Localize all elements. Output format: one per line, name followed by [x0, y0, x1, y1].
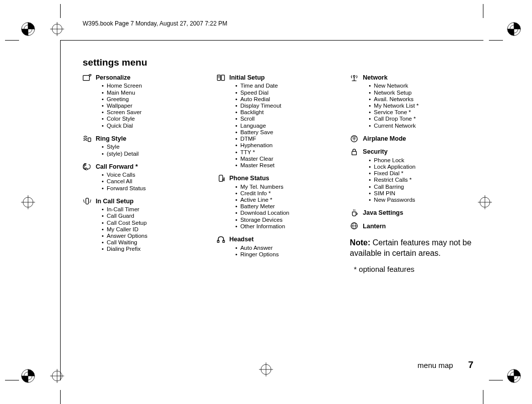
list-item: My Network List *	[369, 103, 473, 109]
personalize-icon	[83, 74, 92, 81]
lantern-icon	[350, 223, 359, 230]
section-heading: Headset	[216, 236, 340, 243]
page-title: settings menu	[83, 57, 473, 68]
svg-rect-31	[83, 76, 90, 81]
footer-label: menu map	[418, 361, 453, 369]
list-item: Display Timeout	[235, 103, 340, 109]
list-item: Active Line *	[235, 197, 340, 203]
menu-section: PersonalizeHome ScreenMain MenuGreetingW…	[83, 74, 206, 129]
list-item: SIM PIN	[369, 190, 473, 197]
section-items: Time and DateSpeed DialAuto RedialDispla…	[235, 83, 340, 169]
list-item: Language	[235, 123, 340, 129]
section-title: Headset	[229, 236, 254, 243]
list-item: Dialing Prefix	[102, 246, 206, 252]
list-item: Cancel All	[102, 178, 206, 185]
list-item: (style) Detail	[102, 151, 206, 157]
columns: PersonalizeHome ScreenMain MenuGreetingW…	[83, 74, 473, 273]
menu-section: Ring StyleStyle(style) Detail	[83, 135, 206, 157]
list-item: New Network	[369, 83, 473, 89]
list-item: Wallpaper	[102, 103, 206, 109]
crop-mark	[483, 390, 483, 404]
section-items: Home ScreenMain MenuGreetingWallpaperScr…	[102, 83, 206, 129]
section-items: Style(style) Detail	[102, 144, 206, 157]
list-item: DTMF	[235, 136, 340, 142]
svg-rect-35	[221, 75, 224, 81]
section-items: In-Call TimerCall GuardCall Cost SetupMy…	[102, 206, 206, 253]
section-heading: Phone Status	[216, 175, 340, 182]
crop-mark	[5, 40, 19, 41]
section-title: In Call Setup	[96, 198, 134, 205]
section-title: Ring Style	[96, 135, 126, 142]
registration-mark-icon	[478, 195, 492, 209]
list-item: Quick Dial	[102, 123, 206, 129]
list-item: Download Location	[235, 210, 340, 216]
list-item: Home Screen	[102, 83, 206, 89]
list-item: Master Clear	[235, 156, 340, 162]
menu-section: SecurityPhone LockLock ApplicationFixed …	[350, 148, 473, 203]
page-border-left	[60, 40, 61, 380]
java-settings-icon	[350, 209, 359, 216]
list-item: Answer Options	[102, 233, 206, 239]
airplane-mode-icon	[350, 135, 359, 142]
list-item: Backlight	[235, 109, 340, 116]
optional-features-text: * optional features	[350, 265, 473, 273]
section-heading: Network	[350, 74, 473, 81]
section-items: Voice CallsCancel AllForward Status	[102, 172, 206, 192]
menu-section: In Call SetupIn-Call TimerCall GuardCall…	[83, 198, 206, 253]
section-title: Personalize	[96, 74, 130, 81]
column-3: NetworkNew NetworkNetwork SetupAvail. Ne…	[350, 74, 473, 273]
crop-mark	[60, 4, 61, 18]
list-item: Avail. Networks	[369, 96, 473, 103]
list-item: Battery Meter	[235, 203, 340, 210]
list-item: Auto Redial	[235, 96, 340, 103]
list-item: Scroll	[235, 116, 340, 122]
list-item: Voice Calls	[102, 172, 206, 178]
section-heading: In Call Setup	[83, 198, 206, 205]
section-title: Airplane Mode	[363, 135, 406, 142]
list-item: Main Menu	[102, 90, 206, 96]
svg-rect-47	[352, 151, 357, 155]
list-item: Time and Date	[235, 83, 340, 89]
list-item: Phone Lock	[369, 157, 473, 164]
registration-mark-icon	[21, 369, 35, 383]
list-item: Color Style	[102, 116, 206, 122]
section-title: Network	[363, 74, 387, 81]
list-item: Ringer Options	[235, 251, 340, 258]
crop-mark	[60, 390, 61, 404]
registration-mark-icon	[507, 22, 521, 36]
menu-section: Airplane Mode	[350, 135, 473, 142]
initial-setup-icon	[216, 74, 225, 81]
registration-mark-icon	[507, 369, 521, 383]
list-item: New Passwords	[369, 197, 473, 203]
crop-mark	[489, 380, 503, 380]
list-item: Other Information	[235, 223, 340, 230]
section-items: My Tel. NumbersCredit Info *Active Line …	[235, 184, 340, 230]
section-items: Phone LockLock ApplicationFixed Dial *Re…	[369, 157, 473, 204]
list-item: Storage Devices	[235, 217, 340, 223]
section-heading: Initial Setup	[216, 74, 340, 81]
menu-section: HeadsetAuto AnswerRinger Options	[216, 236, 340, 258]
section-title: Java Settings	[363, 209, 403, 216]
crop-mark	[5, 380, 19, 380]
page-number: 7	[468, 359, 473, 370]
ring-style-icon	[83, 135, 92, 142]
menu-section: Lantern	[350, 223, 473, 230]
list-item: In-Call Timer	[102, 206, 206, 213]
svg-rect-38	[219, 175, 222, 182]
svg-rect-39	[222, 179, 223, 181]
section-items: New NetworkNetwork SetupAvail. NetworksM…	[369, 83, 473, 129]
list-item: Style	[102, 144, 206, 150]
list-item: Current Network	[369, 123, 473, 129]
list-item: Call Barring	[369, 184, 473, 190]
menu-section: Call Forward *Voice CallsCancel AllForwa…	[83, 163, 206, 192]
list-item: Call Drop Tone *	[369, 116, 473, 122]
list-item: Greeting	[102, 96, 206, 103]
section-heading: Airplane Mode	[350, 135, 473, 142]
section-title: Initial Setup	[229, 74, 265, 81]
crop-mark	[483, 4, 483, 18]
list-item: Master Reset	[235, 162, 340, 169]
list-item: My Tel. Numbers	[235, 184, 340, 190]
crop-mark	[489, 40, 503, 41]
svg-point-43	[354, 76, 356, 78]
section-heading: Java Settings	[350, 209, 473, 216]
